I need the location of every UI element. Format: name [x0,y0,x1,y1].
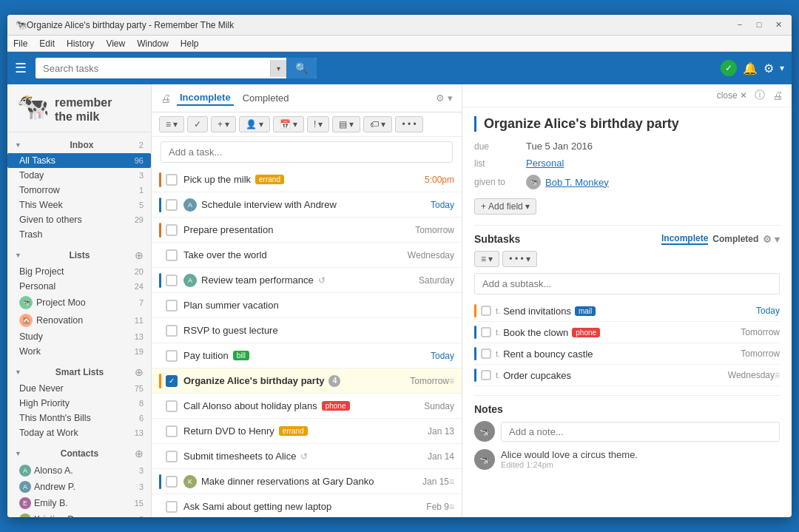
sidebar-item-andrew[interactable]: A Andrew P. 3 [7,479,151,495]
due-date-button[interactable]: 📅▾ [273,116,304,132]
notifications-icon[interactable]: 🔔 [743,61,758,75]
task-checkbox[interactable] [166,275,178,286]
tag-button[interactable]: 🏷▾ [363,116,392,132]
window-controls[interactable]: − □ ✕ [734,20,784,30]
sort-button[interactable]: ≡▾ [159,116,184,132]
minimize-button[interactable]: − [734,20,746,30]
sidebar-item-work[interactable]: Work 19 [7,344,151,359]
subtask-checkbox[interactable] [481,370,491,380]
task-checkbox[interactable] [166,300,178,312]
lists-section-header[interactable]: ▼ Lists ⊕ [7,246,151,264]
task-checkbox[interactable] [166,400,178,412]
inbox-section-header[interactable]: ▼ Inbox 2 [7,137,151,153]
task-checkbox[interactable] [166,451,178,462]
add-subtask-input[interactable] [474,273,780,294]
add-task-button[interactable]: +▾ [211,116,236,132]
priority-button[interactable]: !▾ [307,116,329,132]
sidebar-item-this-week[interactable]: This Week 5 [7,198,151,212]
task-list-settings-icon[interactable]: ⚙ ▾ [436,92,453,104]
menu-view[interactable]: View [106,38,125,49]
search-submit-button[interactable]: 🔍 [286,58,317,78]
settings-dropdown-icon[interactable]: ▾ [780,63,784,73]
sidebar-item-renovation[interactable]: 🏠 Renovation 11 [7,312,151,329]
task-checkbox[interactable] [166,325,178,337]
tab-incomplete[interactable]: Incomplete [177,90,234,106]
maximize-button[interactable]: □ [753,20,765,30]
task-checkbox[interactable] [166,199,178,211]
sidebar-item-emily[interactable]: E Emily B. 15 [7,495,151,511]
detail-print-icon[interactable]: 🖨 [772,90,783,101]
contacts-section-header[interactable]: ▼ Contacts ⊕ [7,445,151,462]
table-row[interactable]: Pick up the milkerrand 5:00pm [152,167,462,192]
subtask-checkbox[interactable] [481,327,491,337]
assignee-button[interactable]: 👤▾ [239,116,270,132]
table-row[interactable]: ✓ Organize Alice's birthday party 4 Tomo… [152,368,462,394]
menu-history[interactable]: History [67,38,94,49]
subtask-sort-button[interactable]: ≡ ▾ [474,251,499,267]
detail-info-icon[interactable]: ⓘ [755,89,765,102]
given-to-value[interactable]: Bob T. Monkey [545,177,609,188]
sidebar-item-all-tasks[interactable]: All Tasks 96 [7,153,151,168]
sidebar-item-today[interactable]: Today 3 [7,168,151,183]
sidebar-item-this-months-bills[interactable]: This Month's Bills 6 [7,411,151,425]
subtask-checkbox[interactable] [481,349,491,359]
table-row[interactable]: K Make dinner reservations at Gary Danko… [152,469,462,494]
sidebar-item-kristian[interactable]: K Kristian D. 3 [7,511,151,517]
list-item[interactable]: t. Book the clown phone Tomorrow [474,322,780,343]
add-note-input[interactable] [501,422,780,442]
add-field-button[interactable]: + Add field ▾ [474,195,780,215]
sidebar-item-today-at-work[interactable]: Today at Work 13 [7,425,151,440]
print-icon[interactable]: 🖨 [161,92,171,104]
list-item[interactable]: t. Order cupcakes Wednesday ≡ [474,365,780,386]
subtask-more-button[interactable]: • • • ▾ [502,251,537,267]
smart-lists-section-header[interactable]: ▼ Smart Lists ⊕ [7,363,151,381]
table-row[interactable]: Call Alonso about holiday plans phone Su… [152,394,462,419]
group-button[interactable]: ▤▾ [332,116,360,132]
table-row[interactable]: Plan summer vacation [152,293,462,318]
list-item[interactable]: t. Rent a bouncy castle Tomorrow [474,343,780,365]
task-checkbox[interactable] [166,224,178,236]
sidebar-item-given-to-others[interactable]: Given to others 29 [7,212,151,227]
settings-icon[interactable]: ⚙ [763,61,774,75]
sidebar-item-high-priority[interactable]: High Priority 8 [7,396,151,411]
table-row[interactable]: A Review team performance ↺ Saturday [152,268,462,293]
table-row[interactable]: Ask Sami about getting new laptop Feb 9 … [152,494,462,517]
menu-edit[interactable]: Edit [39,38,55,49]
search-input[interactable] [36,58,270,78]
sidebar-item-project-moo[interactable]: 🐄 Project Moo 7 [7,294,151,312]
close-detail-button[interactable]: close ✕ [717,90,747,101]
subtask-settings-icon[interactable]: ⚙ ▾ [763,234,780,245]
sidebar-item-due-never[interactable]: Due Never 75 [7,381,151,396]
list-item[interactable]: t. Send invitations mail Today [474,300,780,322]
sidebar-item-trash[interactable]: Trash [7,227,151,242]
sidebar-item-alonso[interactable]: A Alonso A. 3 [7,462,151,479]
table-row[interactable]: A Schedule interview with Andrew Today [152,192,462,218]
table-row[interactable]: Prepare presentation Tomorrow [152,218,462,243]
close-button[interactable]: ✕ [772,20,784,30]
table-row[interactable]: Return DVD to Henry errand Jan 13 [152,419,462,444]
sidebar-item-personal[interactable]: Personal 24 [7,279,151,294]
task-checkbox[interactable] [166,476,178,488]
lists-add-icon[interactable]: ⊕ [135,249,144,261]
subtask-tab-completed[interactable]: Completed [712,234,758,244]
task-checkbox[interactable] [166,425,178,437]
search-dropdown-button[interactable]: ▾ [270,60,286,77]
hamburger-menu-button[interactable]: ☰ [15,60,27,76]
contacts-add-icon[interactable]: ⊕ [135,448,144,459]
sidebar-item-big-project[interactable]: Big Project 20 [7,264,151,279]
menu-help[interactable]: Help [181,38,199,49]
task-checkbox[interactable] [166,249,178,261]
sidebar-item-study[interactable]: Study 13 [7,329,151,344]
menu-file[interactable]: File [13,38,27,49]
tab-completed[interactable]: Completed [240,91,292,105]
task-checkbox[interactable] [166,501,178,513]
menu-window[interactable]: Window [137,38,169,49]
table-row[interactable]: Take over the world Wednesday [152,243,462,268]
table-row[interactable]: Submit timesheets to Alice ↺ Jan 14 [152,444,462,469]
task-checkbox[interactable] [166,350,178,362]
table-row[interactable]: Pay tuition bill Today [152,343,462,368]
subtask-tab-incomplete[interactable]: Incomplete [661,233,708,245]
add-task-input[interactable] [161,141,453,163]
complete-button[interactable]: ✓ [187,116,208,132]
table-row[interactable]: RSVP to guest lecture [152,318,462,343]
